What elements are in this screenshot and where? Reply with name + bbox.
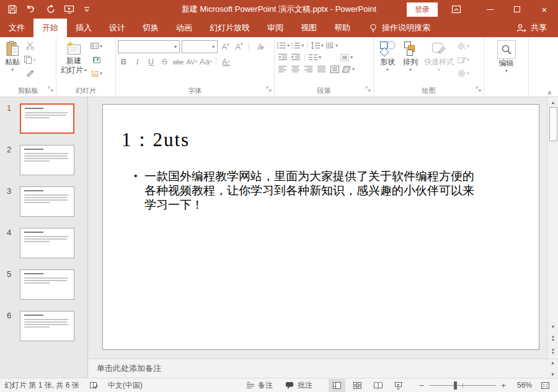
numbering-button[interactable]: ▾	[291, 40, 304, 51]
tab-view[interactable]: 视图	[292, 19, 326, 37]
zoom-out-button[interactable]: −	[417, 381, 427, 390]
font-dialog-launcher[interactable]	[266, 84, 272, 95]
tab-home[interactable]: 开始	[33, 19, 67, 37]
fit-to-window-button[interactable]	[537, 379, 554, 392]
slide-editing-area[interactable]: 1：2uts • 一款国外编程教学网站，里面为大家提供了关于软件编程方便的 各种…	[102, 104, 539, 350]
text-direction-button[interactable]: ▾	[325, 40, 338, 51]
slide-layout-button[interactable]: ▾	[90, 40, 102, 51]
ribbon-display-options-button[interactable]	[451, 4, 461, 14]
italic-button[interactable]: I	[131, 56, 143, 68]
undo-button[interactable]	[25, 4, 38, 14]
font-name-combo[interactable]: ▾	[118, 40, 180, 53]
notes-scroll-up-button[interactable]: ▲	[551, 360, 555, 365]
tab-help[interactable]: 帮助	[326, 19, 359, 37]
notes-placeholder[interactable]: 单击此处添加备注	[88, 363, 161, 374]
shape-outline-button[interactable]: ▾	[457, 54, 469, 65]
thumbnail-slide-3[interactable]: 3	[0, 186, 87, 217]
slide-body-text[interactable]: • 一款国外编程教学网站，里面为大家提供了关于软件编程方便的 各种视频教程，让你…	[134, 169, 474, 212]
thumbnail-slide-2[interactable]: 2	[0, 145, 87, 175]
thumbnail-slide-4[interactable]: 4	[0, 228, 87, 258]
slide-counter[interactable]: 幻灯片 第 1 张, 共 6 张	[4, 380, 79, 391]
reading-view-button[interactable]	[370, 379, 386, 392]
scroll-up-button[interactable]: ▲	[548, 97, 558, 107]
thumbnail-preview[interactable]	[20, 269, 74, 300]
tab-file[interactable]: 文件	[0, 19, 33, 37]
align-left-button[interactable]	[277, 64, 288, 74]
bullets-button[interactable]: ▾	[277, 40, 290, 51]
comments-toggle-button[interactable]: 批注	[285, 380, 312, 391]
tab-review[interactable]: 审阅	[259, 19, 292, 37]
cut-button[interactable]	[24, 40, 36, 51]
thumbnail-preview[interactable]	[20, 311, 74, 341]
section-button[interactable]: ▾	[90, 68, 102, 79]
tab-transitions[interactable]: 切换	[134, 19, 167, 37]
normal-view-button[interactable]	[329, 379, 345, 392]
customize-qat-button[interactable]	[83, 6, 91, 13]
save-button[interactable]	[7, 4, 17, 14]
clipboard-dialog-launcher[interactable]	[48, 84, 54, 95]
zoom-in-button[interactable]: +	[498, 381, 508, 390]
share-button[interactable]: 共享	[516, 19, 558, 37]
thumbnail-preview[interactable]	[20, 145, 74, 175]
line-spacing-button[interactable]: ▾	[311, 40, 324, 51]
increase-font-size-button[interactable]: A▴	[219, 41, 231, 53]
arrange-button[interactable]: 排列 ▾	[399, 38, 422, 73]
shadow-button[interactable]: S	[159, 56, 170, 68]
underline-button[interactable]: U	[145, 56, 157, 68]
paragraph-dialog-launcher[interactable]	[365, 84, 371, 95]
thumbnail-slide-5[interactable]: 5	[0, 269, 87, 300]
collapse-ribbon-button[interactable]: ∧	[547, 89, 552, 96]
increase-indent-button[interactable]	[290, 52, 301, 63]
redo-button[interactable]	[46, 4, 56, 14]
quick-styles-button[interactable]: 快速样式 ▾	[422, 38, 456, 73]
font-color-button[interactable]: A▾	[220, 56, 232, 68]
tab-insert[interactable]: 插入	[67, 19, 100, 37]
shape-fill-button[interactable]: ▾	[457, 40, 469, 51]
columns-button[interactable]: ▾	[308, 52, 321, 63]
thumbnail-preview[interactable]	[20, 186, 74, 217]
character-spacing-button[interactable]: AV▾	[186, 56, 198, 68]
scroll-down-button[interactable]: ▼	[548, 321, 558, 331]
notes-scroll-down-button[interactable]: ▼	[551, 372, 555, 377]
editing-button[interactable]: 编辑 ▾	[495, 38, 518, 74]
tab-design[interactable]: 设计	[100, 19, 134, 37]
align-right-button[interactable]	[303, 64, 314, 74]
zoom-percentage[interactable]: 56%	[508, 381, 532, 390]
start-from-beginning-button[interactable]	[64, 4, 75, 14]
decrease-font-size-button[interactable]: A▾	[233, 41, 245, 53]
decrease-indent-button[interactable]	[277, 52, 288, 63]
slide-sorter-view-button[interactable]	[349, 379, 366, 392]
language-indicator[interactable]: 中文(中国)	[108, 380, 143, 391]
thumbnail-preview[interactable]	[20, 103, 74, 134]
format-painter-button[interactable]	[24, 68, 36, 79]
copy-button[interactable]: ▾	[24, 54, 36, 65]
change-case-button[interactable]: Aa▾	[200, 56, 212, 68]
spell-check-button[interactable]	[89, 381, 99, 390]
drawing-dialog-launcher[interactable]	[476, 84, 482, 95]
slideshow-view-button[interactable]	[390, 379, 407, 392]
distribute-button[interactable]	[329, 64, 340, 74]
font-size-combo[interactable]: ▾	[182, 40, 218, 53]
notes-toggle-button[interactable]: 备注	[246, 380, 273, 391]
tell-me-search[interactable]: 操作说明搜索	[369, 19, 430, 37]
clear-formatting-button[interactable]	[253, 41, 265, 53]
convert-to-smartart-button[interactable]: ▾	[342, 64, 355, 74]
shape-effects-button[interactable]: ▾	[457, 68, 469, 79]
thumbnail-slide-6[interactable]: 6	[0, 311, 87, 341]
notes-pane[interactable]: 单击此处添加备注 ▲ ▼	[88, 359, 558, 378]
slide-title-text[interactable]: 1：2uts	[122, 127, 190, 153]
thumbnail-slide-1[interactable]: 1	[0, 103, 87, 134]
notes-scrollbar[interactable]: ▲ ▼	[547, 359, 558, 378]
new-slide-button[interactable]: 新建 幻灯片 ▾	[58, 38, 89, 76]
reset-slide-button[interactable]	[90, 54, 102, 65]
justify-button[interactable]	[316, 64, 327, 74]
previous-slide-button[interactable]: ▲▲	[548, 331, 558, 345]
thumbnail-preview[interactable]	[20, 228, 74, 258]
paste-button[interactable]: 粘贴 ▾	[2, 38, 23, 73]
align-center-button[interactable]	[290, 64, 301, 74]
align-text-button[interactable]: ▾	[340, 52, 353, 63]
close-button[interactable]: ×	[531, 0, 558, 19]
sign-in-button[interactable]: 登录	[407, 2, 438, 17]
scrollbar-thumb[interactable]	[549, 107, 557, 141]
zoom-slider-handle[interactable]	[454, 381, 457, 390]
